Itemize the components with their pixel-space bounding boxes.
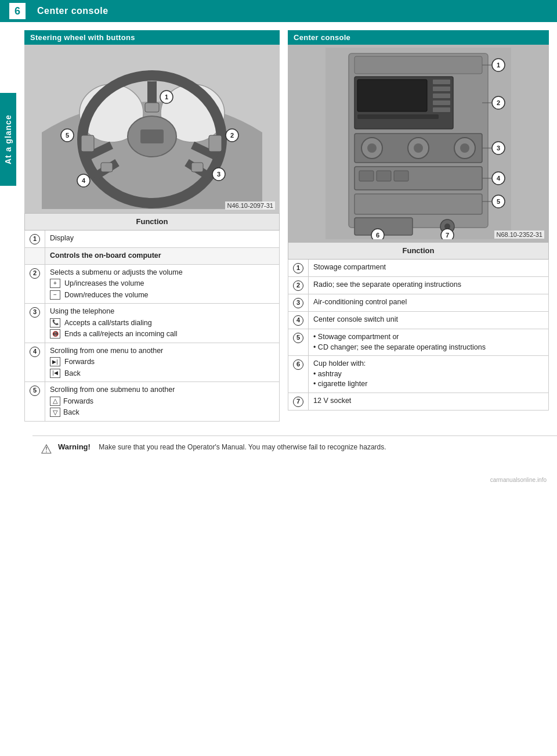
row-text: Using the telephone: [50, 307, 274, 317]
svg-rect-33: [433, 87, 450, 91]
row-content-cell: Cup holder with:• ashtray• cigarette lig…: [309, 356, 549, 393]
console-image-code: N68.10-2352-31: [494, 231, 544, 239]
footer-text: Make sure that you read the Operator's M…: [99, 443, 386, 451]
row-num-cell: 5: [25, 382, 45, 422]
circle-number: 1: [30, 234, 40, 244]
svg-point-42: [414, 143, 423, 153]
row-text: Air-conditioning control panel: [313, 298, 407, 306]
sub-text: Back: [63, 408, 79, 418]
svg-rect-36: [433, 107, 450, 112]
row-content-cell: Scrolling from one menu to another ▶| Fo…: [45, 343, 280, 382]
row-content-cell: Air-conditioning control panel: [309, 294, 549, 312]
row-content-cell: • Stowage compartment or• CD changer; se…: [309, 329, 549, 356]
row-content-cell: Scrolling from one submenu to another △ …: [45, 382, 280, 422]
back-menu-icon: |◀: [50, 369, 60, 378]
sub-item: ▽ Back: [50, 408, 274, 418]
table-row: 5 Scrolling from one submenu to another …: [25, 382, 280, 422]
row-content-cell: Using the telephone 📞 Accepts a call/sta…: [45, 304, 280, 343]
circle-number: 2: [30, 268, 40, 279]
circle-number: 5: [30, 386, 40, 396]
row-content-cell: Stowage compartment: [309, 260, 549, 277]
left-table-header-row: Function: [25, 214, 280, 231]
row-num-cell: 4: [25, 343, 45, 382]
svg-text:5: 5: [497, 198, 500, 205]
svg-rect-34: [433, 93, 450, 98]
circle-number: 5: [293, 333, 303, 343]
footer-spacer: [92, 442, 96, 451]
svg-rect-11: [140, 129, 164, 143]
svg-text:6: 6: [376, 232, 379, 239]
warning-icon: ⚠: [41, 442, 52, 457]
row-text: Radio; see the separate operating instru…: [313, 280, 461, 289]
footer-label: Warning!: [58, 442, 91, 451]
svg-rect-21: [101, 163, 113, 172]
circle-number: 1: [293, 263, 303, 273]
svg-rect-31: [357, 80, 427, 111]
plus-icon: +: [50, 279, 60, 288]
sub-item: − Down/reduces the volume: [50, 290, 274, 301]
sub-text: Up/increases the volume: [64, 279, 144, 289]
row-content-bold: Controls the on-board computer: [45, 248, 280, 265]
row-text: Selects a submenu or adjusts the volume: [50, 268, 274, 278]
svg-rect-32: [433, 80, 450, 84]
svg-rect-49: [355, 194, 482, 214]
row-text: Display: [50, 234, 74, 242]
center-console-svg: 1 2 3 4 5: [325, 48, 511, 239]
row-num-cell: 1: [25, 231, 45, 248]
row-num-cell: 3: [25, 304, 45, 343]
svg-text:3: 3: [217, 171, 220, 178]
right-section-header: Center console: [288, 30, 549, 45]
minus-icon: −: [50, 290, 60, 300]
left-column: Steering wheel with buttons: [24, 30, 280, 422]
right-table-header: Function: [288, 243, 549, 260]
watermark-area: carmanualsonline.info: [0, 474, 557, 485]
watermark-text: carmanualsonline.info: [490, 477, 547, 483]
table-row: 2 Selects a submenu or adjusts the volum…: [25, 264, 280, 304]
bold-text: Controls the on-board computer: [50, 251, 161, 260]
row-text: Stowage compartment: [313, 263, 386, 271]
row-text: 12 V socket: [313, 397, 351, 405]
forward-menu-icon: ▶|: [50, 357, 60, 366]
svg-rect-35: [433, 100, 450, 105]
svg-text:5: 5: [66, 132, 69, 139]
svg-text:7: 7: [446, 232, 449, 239]
row-num-cell: 7: [288, 393, 309, 410]
svg-rect-29: [355, 56, 482, 74]
sub-item: |◀ Back: [50, 369, 274, 379]
circle-number: 3: [30, 307, 40, 318]
sub-text: Accepts a call/starts dialing: [64, 318, 152, 329]
circle-number: 4: [293, 315, 303, 326]
sub-item: 📵 Ends a call/rejects an incoming call: [50, 329, 274, 340]
svg-rect-12: [145, 103, 159, 112]
row-content-cell: Display: [45, 231, 280, 248]
row-text: Cup holder with:• ashtray• cigarette lig…: [313, 359, 367, 388]
triangle-down-icon: ▽: [50, 408, 60, 417]
row-text: Scrolling from one submenu to another: [50, 385, 274, 395]
svg-rect-15: [209, 135, 222, 152]
table-row: 2 Radio; see the separate operating inst…: [288, 277, 549, 294]
steering-image-code: N46.10-2097-31: [225, 201, 275, 210]
right-column: Center console: [288, 30, 549, 422]
sub-item: 📞 Accepts a call/starts dialing: [50, 318, 274, 329]
row-content-cell: Center console switch unit: [309, 312, 549, 329]
left-table-header: Function: [25, 214, 280, 231]
row-num-cell: 2: [25, 264, 45, 304]
triangle-up-icon: △: [50, 397, 60, 406]
sub-text: Back: [64, 369, 81, 379]
table-row-bold: Controls the on-board computer: [25, 248, 280, 265]
svg-rect-37: [357, 114, 439, 119]
row-text: • Stowage compartment or• CD changer; se…: [313, 333, 486, 351]
page-number: 6: [9, 3, 26, 19]
table-row: 4 Center console switch unit: [288, 312, 549, 329]
svg-rect-47: [377, 171, 391, 181]
table-row: 1 Stowage compartment: [288, 260, 549, 277]
svg-text:4: 4: [82, 177, 86, 184]
footer-content: Warning! Make sure that you read the Ope…: [58, 442, 386, 452]
table-row: 3 Air-conditioning control panel: [288, 294, 549, 312]
call-end-icon: 📵: [50, 329, 60, 339]
svg-text:3: 3: [497, 145, 500, 152]
header-bar: 6 Center console: [0, 0, 557, 22]
steering-wheel-drawing: 1 2 3 4: [24, 45, 280, 213]
sub-text: Forwards: [64, 357, 95, 368]
circle-number: 2: [293, 280, 303, 291]
